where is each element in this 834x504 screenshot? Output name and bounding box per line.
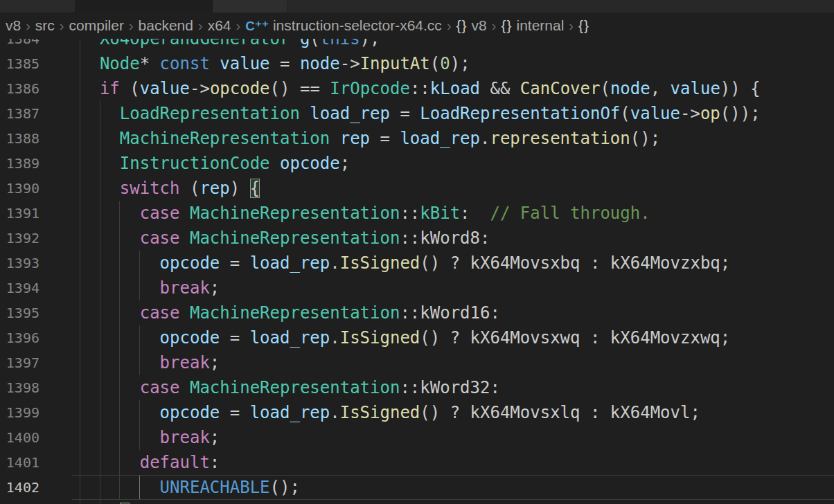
line-number[interactable]: 1388	[0, 126, 39, 151]
code-line-content[interactable]: break;	[80, 276, 220, 300]
code-line[interactable]: 1394 break;	[0, 276, 834, 300]
code-line-content[interactable]: LoadRepresentation load_rep = LoadRepres…	[80, 101, 761, 126]
code-line-content[interactable]: switch (rep) {	[80, 176, 260, 201]
code-line-content[interactable]: if (value->opcode() == IrOpcode::kLoad &…	[80, 76, 761, 101]
code-token: node	[610, 79, 650, 98]
code-token: load_rep	[250, 403, 330, 422]
code-line-content[interactable]: }	[80, 500, 130, 504]
line-number[interactable]: 1400	[0, 425, 39, 450]
line-number[interactable]: 1391	[0, 201, 39, 226]
code-token: ->	[340, 54, 360, 73]
line-number[interactable]: 1397	[0, 350, 39, 375]
code-token: &&	[480, 79, 520, 98]
code-token: case	[140, 204, 180, 223]
breadcrumb-item-v8[interactable]: {}v8	[456, 17, 487, 34]
code-token: .	[330, 253, 339, 273]
code-line[interactable]: 1392 case MachineRepresentation::kWord8:	[0, 226, 834, 251]
line-number[interactable]: 1399	[0, 400, 39, 425]
code-line-content[interactable]: InstructionCode opcode;	[80, 151, 350, 176]
namespace-braces-icon: {}	[501, 17, 512, 34]
code-line-content[interactable]: break;	[80, 350, 220, 375]
code-line-content[interactable]: opcode = load_rep.IsSigned() ? kX64Movsx…	[80, 251, 730, 276]
breadcrumb-item-instruction-selector-x64.cc[interactable]: C⁺⁺instruction-selector-x64.cc	[245, 17, 442, 34]
code-line-content[interactable]: default:	[80, 450, 220, 475]
code-line[interactable]: 1385 Node* const value = node->InputAt(0…	[0, 51, 834, 76]
breadcrumb-separator-icon: ›	[492, 18, 497, 34]
line-number[interactable]: 1389	[0, 151, 39, 176]
breadcrumb-item-namespace[interactable]: {}	[578, 17, 589, 34]
line-number[interactable]: 1392	[0, 226, 39, 251]
code-line-content[interactable]: UNREACHABLE();	[80, 475, 300, 500]
code-token	[180, 378, 190, 397]
code-token: ->	[190, 79, 210, 98]
breadcrumb-item-backend[interactable]: backend	[139, 17, 193, 34]
code-line[interactable]: 1397 break;	[0, 350, 834, 375]
code-token: MachineRepresentation	[190, 228, 400, 248]
line-number[interactable]: 1385	[0, 51, 39, 76]
line-number[interactable]: 1398	[0, 375, 39, 400]
tab-inactive-left[interactable]	[0, 0, 76, 12]
code-line[interactable]: 1402 UNREACHABLE();	[0, 475, 834, 500]
code-token: node	[300, 54, 340, 73]
code-token: load_rep	[400, 129, 480, 148]
code-line[interactable]: 1399 opcode = load_rep.IsSigned() ? kX64…	[0, 400, 834, 425]
code-editor[interactable]: v8›src›compiler›backend›x64›C⁺⁺instructi…	[0, 12, 834, 504]
code-line-content[interactable]: case MachineRepresentation::kWord8:	[80, 226, 490, 251]
code-token	[330, 129, 339, 148]
breadcrumb-item-v8[interactable]: v8	[6, 17, 21, 34]
code-token: );	[450, 54, 470, 73]
code-token: MachineRepresentation	[190, 204, 400, 223]
code-line[interactable]: 1386 if (value->opcode() == IrOpcode::kL…	[0, 76, 834, 101]
code-line[interactable]: 1393 opcode = load_rep.IsSigned() ? kX64…	[0, 251, 834, 276]
breadcrumb-label: v8	[472, 17, 487, 34]
tab-active[interactable]	[76, 0, 212, 12]
code-line[interactable]: 1400 break;	[0, 425, 834, 450]
code-token: ;	[210, 353, 220, 372]
line-number[interactable]: 1401	[0, 450, 39, 475]
matched-bracket: {	[250, 179, 260, 198]
line-number[interactable]: 1386	[0, 76, 39, 101]
line-number[interactable]: 1390	[0, 176, 39, 201]
code-line-content[interactable]: MachineRepresentation rep = load_rep.rep…	[80, 126, 660, 151]
breadcrumb-item-internal[interactable]: {}internal	[501, 17, 564, 34]
code-line-content[interactable]: opcode = load_rep.IsSigned() ? kX64Movsx…	[80, 325, 730, 350]
code-line[interactable]: 1388 MachineRepresentation rep = load_re…	[0, 126, 834, 151]
line-number[interactable]: 1387	[0, 101, 39, 126]
breadcrumb: v8›src›compiler›backend›x64›C⁺⁺instructi…	[0, 12, 834, 39]
code-token: value	[630, 104, 680, 123]
code-line-content[interactable]: Node* const value = node->InputAt(0);	[80, 51, 470, 76]
code-line[interactable]: 1401 default:	[0, 450, 834, 475]
code-line-content[interactable]: opcode = load_rep.IsSigned() ? kX64Movsx…	[80, 400, 700, 425]
breadcrumb-item-compiler[interactable]: compiler	[69, 17, 124, 34]
line-number[interactable]: 1403	[0, 500, 39, 504]
code-line[interactable]: 1403 }	[0, 500, 834, 504]
code-line[interactable]: 1391 case MachineRepresentation::kBit: /…	[0, 201, 834, 226]
breadcrumb-item-src[interactable]: src	[35, 17, 55, 34]
line-number[interactable]: 1402	[0, 475, 39, 500]
code-line-content[interactable]: case MachineRepresentation::kBit: // Fal…	[80, 201, 650, 226]
line-number[interactable]: 1396	[0, 325, 39, 350]
breadcrumb-separator-icon: ›	[569, 18, 574, 34]
code-token: InstructionCode	[120, 154, 270, 173]
code-token: ;	[340, 154, 350, 173]
code-line[interactable]: 1390 switch (rep) {	[0, 176, 834, 201]
code-token: Node	[100, 54, 140, 73]
code-token: UNREACHABLE	[160, 478, 270, 497]
code-line[interactable]: 1398 case MachineRepresentation::kWord32…	[0, 375, 834, 400]
namespace-braces-icon: {}	[578, 17, 589, 34]
code-line-content[interactable]: case MachineRepresentation::kWord32:	[80, 375, 500, 400]
line-number[interactable]: 1394	[0, 276, 39, 300]
code-line-content[interactable]: break;	[80, 425, 220, 450]
tab-inactive-right[interactable]	[212, 0, 287, 12]
code-line-content[interactable]: case MachineRepresentation::kWord16:	[80, 300, 500, 325]
code-line[interactable]: 1389 InstructionCode opcode;	[0, 151, 834, 176]
code-token: )) {	[720, 79, 761, 98]
breadcrumb-label: internal	[516, 17, 564, 34]
line-number[interactable]: 1395	[0, 300, 39, 325]
line-number[interactable]: 1393	[0, 251, 39, 276]
code-line[interactable]: 1387 LoadRepresentation load_rep = LoadR…	[0, 101, 834, 126]
breadcrumb-item-x64[interactable]: x64	[208, 17, 231, 34]
code-token	[80, 228, 140, 248]
code-line[interactable]: 1395 case MachineRepresentation::kWord16…	[0, 300, 834, 325]
code-line[interactable]: 1396 opcode = load_rep.IsSigned() ? kX64…	[0, 325, 834, 350]
